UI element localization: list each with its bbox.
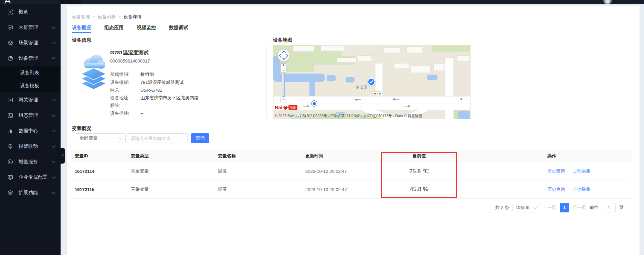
sidebar-item-enterprise-config[interactable]: 企业专属配置	[0, 169, 61, 185]
sidebar-item-label: 概览	[19, 9, 55, 15]
extension-icon	[8, 190, 13, 196]
variable-type-selected: 全部变量	[80, 135, 97, 141]
map-zoom-out-bottom-button[interactable]	[281, 98, 286, 102]
sidebar-item-alarm-linkage[interactable]: 报警联动	[0, 138, 61, 154]
map-copyright: © 2023 Baidu - GS(2021)6026号 - 甲测资字11111…	[275, 114, 422, 119]
value-added-service-icon	[8, 159, 13, 165]
page-size-select[interactable]: 10条/页	[513, 203, 539, 212]
baidu-map-badge: 地图	[288, 105, 297, 110]
device-info-card: G781温湿度测试 0000059614000017 所属组织:根组织 设备模板…	[72, 45, 267, 119]
tab-video-monitor[interactable]: 视频监控	[137, 23, 156, 33]
cell-variable-type: 直采变量	[131, 186, 218, 192]
device-map[interactable]: 公安 Bai 地图 © 2023 Baidu - GS(2021)6026号 -…	[273, 45, 471, 119]
breadcrumb-current: 设备详情	[124, 14, 141, 20]
divider	[110, 67, 261, 67]
variable-type-select[interactable]: 全部变量	[76, 133, 126, 143]
chevron-down-icon	[52, 113, 55, 117]
map-poi: 公安	[356, 85, 368, 90]
tab-data-debug[interactable]: 数据调试	[169, 23, 188, 33]
baidu-logo: Bai 地图	[275, 104, 297, 110]
pagination-total: 共 2 条	[495, 204, 509, 211]
field-value: 781温湿度传感器测试	[140, 79, 184, 86]
current-page-button[interactable]: 1	[560, 203, 569, 212]
map-pan-control[interactable]	[277, 49, 290, 62]
sidebar-subitem-device-list[interactable]: 设备列表	[0, 66, 61, 79]
cell-update-time: 2023-10-10 20:02:47	[305, 169, 380, 174]
goto-unit: 页	[619, 204, 624, 211]
bus-station-icon	[311, 100, 317, 107]
field-value: USR-G781	[140, 88, 162, 93]
next-page-button[interactable]: 下一页	[573, 204, 586, 211]
sidebar-item-gateway-management[interactable]: 网关管理	[0, 92, 61, 108]
sidebar-item-overview[interactable]: 概览	[0, 4, 61, 20]
device-management-icon	[8, 56, 13, 61]
variables-title: 变量概况	[72, 125, 91, 132]
history-query-link[interactable]: 历史查询	[547, 168, 565, 174]
col-variable-id: 变量ID	[71, 153, 131, 159]
chevron-down-icon	[534, 206, 537, 209]
field-label: 所属组织:	[110, 71, 140, 78]
chevron-down-icon	[52, 190, 55, 194]
sidebar-item-label: 网关管理	[19, 97, 52, 103]
col-variable-type: 变量类型	[131, 153, 218, 159]
table-header: 变量ID 变量类型 变量名称 更新时间 当前值 操作	[71, 150, 632, 162]
breadcrumb-item[interactable]: 设备管理	[72, 14, 90, 20]
enterprise-config-icon	[8, 175, 13, 180]
sidebar-item-configuration-management[interactable]: 组态管理	[0, 108, 61, 123]
breadcrumb: 设备管理 > 设备列表 > 设备详情	[72, 14, 141, 20]
sidebar-item-extension[interactable]: 扩展功能	[0, 185, 61, 200]
cell-variable-name: 湿度	[218, 186, 305, 192]
poi-label: 公安	[360, 85, 368, 90]
main-content-card: 设备管理 > 设备列表 > 设备详情 设备概况 组态应用 视频监控 数据调试 设…	[67, 6, 640, 255]
query-button[interactable]: 查询	[191, 133, 209, 143]
field-value: --	[140, 103, 144, 108]
overview-icon	[8, 9, 13, 15]
sidebar-item-screen-management[interactable]: 大屏管理	[0, 20, 61, 35]
device-image	[79, 54, 108, 89]
sidebar-item-data-center[interactable]: 数据中心	[0, 123, 61, 138]
map-marker-icon[interactable]	[368, 78, 375, 86]
field-value: 根组织	[140, 71, 154, 78]
manual-collect-link[interactable]: 主动采集	[573, 187, 591, 192]
breadcrumb-item[interactable]: 设备列表	[98, 14, 116, 20]
cell-current-value: 45.8 %	[380, 186, 458, 193]
map-zoom-out-button[interactable]	[281, 68, 286, 73]
sidebar-subitem-device-template[interactable]: 设备模板	[0, 79, 61, 92]
sidebar-item-value-added-service[interactable]: 增值服务	[0, 154, 61, 169]
chevron-down-icon	[52, 159, 55, 163]
field-label: 网关:	[110, 87, 140, 93]
history-query-link[interactable]: 历史查询	[547, 187, 565, 192]
goto-page-input[interactable]	[602, 203, 616, 212]
field-label: 设备描述:	[110, 110, 140, 117]
variables-table: 变量ID 变量类型 变量名称 更新时间 当前值 操作 16172114 直采变量…	[71, 150, 632, 199]
sidebar-item-device-management[interactable]: 设备管理	[0, 51, 61, 66]
chevron-down-icon	[52, 40, 55, 44]
sidebar-item-scene-management[interactable]: 场景管理	[0, 35, 61, 51]
prev-page-button[interactable]: 上一页	[543, 204, 556, 211]
screen-management-icon	[8, 25, 13, 30]
sidebar-collapse-handle[interactable]	[61, 148, 65, 164]
sidebar-item-label: 大屏管理	[19, 24, 52, 31]
sidebar-item-label: 组态管理	[19, 112, 52, 119]
field-label: 设备模板:	[110, 79, 140, 86]
manual-collect-link[interactable]: 主动采集	[573, 168, 591, 174]
user-avatar[interactable]	[603, 0, 612, 4]
alarm-linkage-icon	[8, 144, 13, 149]
cell-update-time: 2023-10-10 20:02:47	[305, 187, 380, 192]
detail-tabs: 设备概况 组态应用 视频监控 数据调试	[72, 23, 201, 33]
map-zoom-slider[interactable]	[282, 74, 285, 97]
chevron-down-icon	[52, 97, 55, 101]
sidebar-item-label: 设备管理	[19, 55, 52, 62]
collapse-sidebar-icon	[62, 154, 64, 157]
chevron-up-icon	[52, 57, 55, 61]
map-zoom-in-button[interactable]	[281, 63, 286, 68]
col-actions: 操作	[458, 153, 632, 159]
cell-actions: 历史查询 主动采集	[458, 186, 632, 192]
device-id: 0000059614000017	[110, 58, 150, 64]
sidebar-item-label: 扩展功能	[19, 190, 52, 196]
variable-search-input[interactable]	[127, 133, 188, 143]
field-label: 设备地址:	[110, 95, 140, 101]
tab-configuration-app[interactable]: 组态应用	[104, 23, 124, 33]
tab-device-overview[interactable]: 设备概况	[72, 23, 91, 33]
device-map-title: 设备地图	[273, 37, 292, 43]
